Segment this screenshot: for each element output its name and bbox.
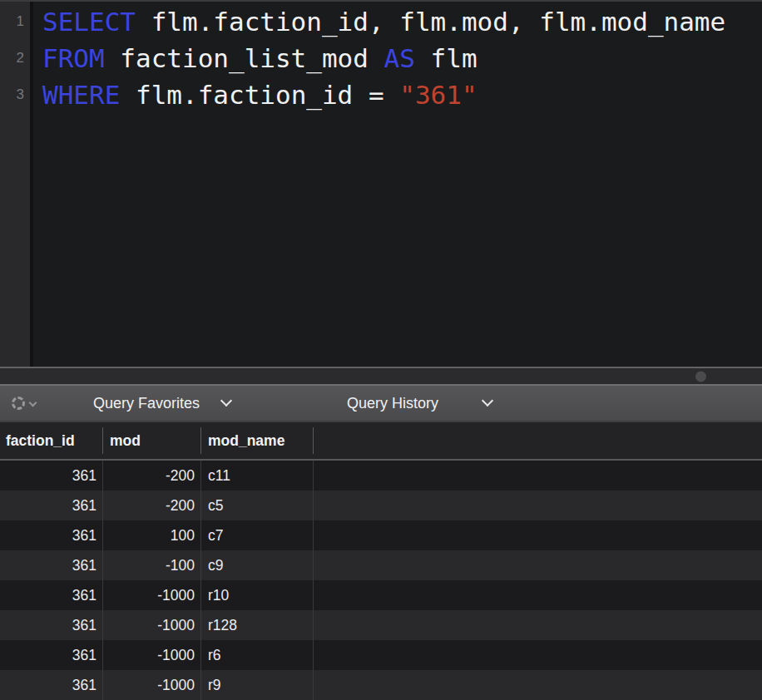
action-menu-button[interactable] xyxy=(12,386,36,421)
table-row[interactable]: 361100c7 xyxy=(0,520,762,550)
chevron-down-icon xyxy=(29,398,37,407)
cell-mod_name[interactable]: c11 xyxy=(201,461,314,490)
cell-mod[interactable]: -100 xyxy=(103,550,201,580)
chevron-down-icon xyxy=(482,395,493,407)
table-row[interactable]: 361-200c5 xyxy=(0,490,762,520)
code-line: SELECT flm.faction_id, flm.mod, flm.mod_… xyxy=(42,3,762,40)
query-favorites-label: Query Favorites xyxy=(93,395,200,412)
chevron-down-icon xyxy=(220,395,232,407)
cell-faction_id[interactable]: 361 xyxy=(0,640,103,670)
cell-mod[interactable]: -1000 xyxy=(103,670,201,700)
cell-mod_name[interactable]: r128 xyxy=(201,610,314,640)
cell-faction_id[interactable]: 361 xyxy=(0,550,103,580)
cell-filler xyxy=(314,670,762,700)
table-row[interactable]: 361-1000r9 xyxy=(0,670,762,700)
cell-filler xyxy=(314,520,762,550)
cell-faction_id[interactable]: 361 xyxy=(0,520,103,550)
sql-token-plain: flm.faction_id, flm.mod, flm.mod_name xyxy=(136,7,725,37)
result-table-body: 361-200c11361-200c5361100c7361-100c9361-… xyxy=(0,461,762,700)
cell-filler xyxy=(314,580,762,610)
cell-mod[interactable]: -1000 xyxy=(103,580,201,610)
sql-token-keyword: SELECT xyxy=(42,7,136,37)
line-number: 3 xyxy=(0,76,30,113)
result-table-header: faction_idmodmod_name xyxy=(0,422,762,461)
line-number-gutter: 123 xyxy=(0,2,33,367)
query-history-dropdown[interactable]: Query History xyxy=(347,386,492,421)
cell-mod[interactable]: -200 xyxy=(103,490,201,520)
cell-mod_name[interactable]: c9 xyxy=(201,550,314,580)
line-number: 2 xyxy=(0,40,30,76)
table-row[interactable]: 361-200c11 xyxy=(0,461,762,490)
code-line: FROM faction_list_mod AS flm xyxy=(42,40,762,76)
sql-token-plain: flm.faction_id = xyxy=(120,80,399,110)
sql-token-plain: flm xyxy=(415,43,477,73)
cell-filler xyxy=(314,610,762,640)
query-toolbar: Query Favorites Query History xyxy=(0,384,762,422)
table-row[interactable]: 361-1000r10 xyxy=(0,580,762,610)
cell-mod_name[interactable]: c5 xyxy=(201,490,314,520)
cell-faction_id[interactable]: 361 xyxy=(0,670,103,700)
cell-filler xyxy=(314,550,762,580)
cell-faction_id[interactable]: 361 xyxy=(0,580,103,610)
sql-token-keyword: FROM xyxy=(42,43,105,73)
cell-filler xyxy=(314,640,762,670)
table-row[interactable]: 361-1000r128 xyxy=(0,610,762,640)
cell-mod[interactable]: -1000 xyxy=(103,610,201,640)
sql-token-keyword: AS xyxy=(384,43,415,73)
cell-faction_id[interactable]: 361 xyxy=(0,461,103,490)
cell-filler xyxy=(314,490,762,520)
cell-mod_name[interactable]: c7 xyxy=(201,520,314,550)
code-line: WHERE flm.faction_id = "361" xyxy=(42,76,762,113)
sql-token-string: "361" xyxy=(399,80,477,110)
table-row[interactable]: 361-1000r6 xyxy=(0,640,762,670)
column-header-filler xyxy=(314,422,762,459)
sql-code-area[interactable]: SELECT flm.faction_id, flm.mod, flm.mod_… xyxy=(33,2,762,367)
cell-mod_name[interactable]: r6 xyxy=(201,640,314,670)
column-header-mod_name[interactable]: mod_name xyxy=(201,422,314,459)
cell-mod_name[interactable]: r9 xyxy=(201,670,314,700)
cell-faction_id[interactable]: 361 xyxy=(0,490,103,520)
cell-mod[interactable]: 100 xyxy=(103,520,201,550)
pane-divider[interactable] xyxy=(0,367,762,384)
cell-mod_name[interactable]: r10 xyxy=(201,580,314,610)
column-header-faction_id[interactable]: faction_id xyxy=(0,422,103,459)
query-favorites-dropdown[interactable]: Query Favorites xyxy=(93,386,230,421)
sql-token-keyword: WHERE xyxy=(42,80,120,110)
sql-editor[interactable]: 123 SELECT flm.faction_id, flm.mod, flm.… xyxy=(0,2,762,367)
gear-icon xyxy=(12,397,25,410)
cell-mod[interactable]: -1000 xyxy=(103,640,201,670)
cell-filler xyxy=(314,461,762,490)
divider-drag-handle[interactable] xyxy=(695,371,706,382)
column-header-mod[interactable]: mod xyxy=(103,422,201,459)
line-number: 1 xyxy=(0,3,30,40)
sql-token-plain: faction_list_mod xyxy=(105,43,384,73)
table-row[interactable]: 361-100c9 xyxy=(0,550,762,580)
query-history-label: Query History xyxy=(347,395,438,412)
cell-faction_id[interactable]: 361 xyxy=(0,610,103,640)
cell-mod[interactable]: -200 xyxy=(103,461,201,490)
